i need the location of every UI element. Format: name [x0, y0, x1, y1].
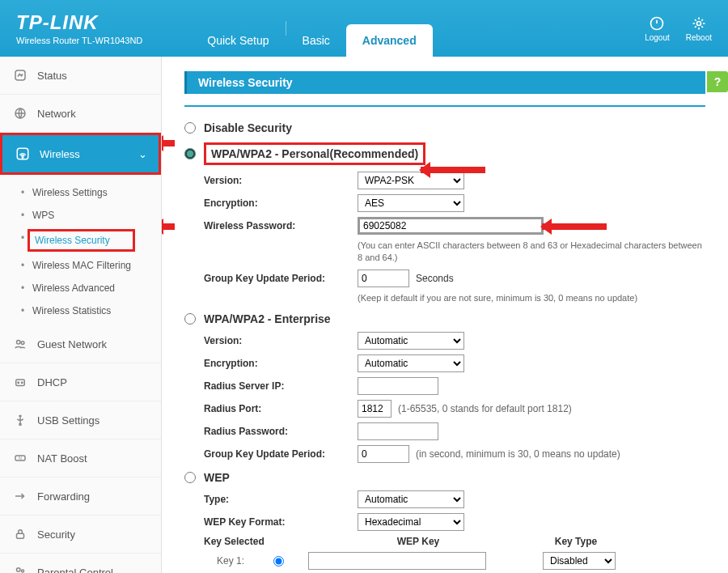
ent-gkup-note: (in second, minimum is 30, 0 means no up… [416, 448, 620, 460]
wireless-submenu: Wireless Settings WPS Wireless Security … [0, 175, 161, 325]
main-tabs: Quick Setup Basic Advanced [191, 0, 432, 57]
sidebar-item-usb[interactable]: USB Settings [0, 401, 161, 439]
ent-gkup-label: Group Key Update Period: [204, 448, 358, 460]
subitem-wireless-security[interactable]: Wireless Security [32, 227, 150, 254]
gkup-label: Group Key Update Period: [204, 273, 358, 284]
sidebar: Status Network Wireless⌄ Wireless Settin… [0, 57, 162, 573]
radio-disable-security[interactable] [184, 122, 196, 134]
sidebar-item-parental[interactable]: Parental Control [0, 554, 161, 573]
gkup-unit: Seconds [416, 273, 454, 284]
tab-basic[interactable]: Basic [286, 24, 346, 57]
lock-icon [11, 525, 29, 543]
ent-gkup-input[interactable] [358, 445, 409, 463]
radius-port-label: Radius Port: [204, 403, 358, 414]
svg-point-10 [22, 382, 23, 384]
svg-point-5 [22, 157, 23, 159]
encryption-select[interactable]: AES [358, 194, 464, 212]
divider [184, 105, 705, 107]
radius-pw-input[interactable] [358, 422, 438, 440]
brand-logo: TP-LINK [16, 11, 142, 34]
globe-icon [11, 104, 29, 122]
wep-key-row-1: Key 1:Disabled [217, 552, 705, 570]
annotation-arrow [162, 223, 175, 230]
sidebar-item-nat-boost[interactable]: NNAT Boost [0, 439, 161, 478]
forward-icon [11, 487, 29, 505]
subitem-wireless-settings[interactable]: Wireless Settings [32, 181, 150, 204]
svg-point-7 [21, 342, 24, 345]
radius-ip-label: Radius Server IP: [204, 380, 358, 392]
ent-version-label: Version: [204, 335, 358, 346]
subitem-mac-filtering[interactable]: Wireless MAC Filtering [32, 254, 150, 277]
subitem-wps[interactable]: WPS [32, 204, 150, 227]
subitem-wireless-statistics[interactable]: Wireless Statistics [32, 299, 150, 322]
wep-label: WEP [204, 471, 230, 484]
sidebar-item-status[interactable]: Status [0, 57, 161, 95]
wep-key1-type[interactable]: Disabled [543, 552, 616, 570]
sidebar-item-network[interactable]: Network [0, 95, 161, 133]
password-label: Wireless Password: [204, 220, 358, 231]
svg-point-11 [19, 423, 21, 425]
help-button[interactable]: ? [707, 71, 728, 92]
model-label: Wireless Router TL-WR1043ND [16, 36, 142, 45]
radius-port-note: (1-65535, 0 stands for default port 1812… [398, 403, 572, 414]
wep-key1-radio[interactable] [273, 556, 284, 567]
wep-type-label: Type: [204, 494, 358, 505]
radio-wpa-enterprise[interactable] [184, 313, 196, 325]
encryption-label: Encryption: [204, 197, 358, 209]
option-disable-security: Disable Security [184, 121, 705, 134]
radius-pw-label: Radius Password: [204, 426, 358, 437]
wpa-enterprise-label: WPA/WPA2 - Enterprise [204, 312, 331, 325]
sidebar-item-guest-network[interactable]: Guest Network [0, 325, 161, 363]
wep-table-header: Key SelectedWEP KeyKey Type [204, 536, 705, 547]
page-title: Wireless Security ? [184, 71, 705, 94]
radio-wep[interactable] [184, 472, 196, 483]
option-wpa-enterprise: WPA/WPA2 - Enterprise Version:Automatic … [184, 312, 705, 463]
ent-version-select[interactable]: Automatic [358, 332, 464, 350]
version-label: Version: [204, 175, 358, 186]
password-note: (You can enter ASCII characters between … [358, 240, 705, 265]
wep-key1-input[interactable] [308, 552, 486, 570]
svg-point-9 [18, 382, 19, 384]
wep-type-select[interactable]: Automatic [358, 490, 464, 508]
sidebar-item-wireless[interactable]: Wireless⌄ [0, 133, 161, 175]
ent-encryption-select[interactable]: Automatic [358, 354, 464, 372]
wep-format-select[interactable]: Hexadecimal [358, 513, 464, 531]
annotation-arrow [542, 223, 607, 230]
nat-icon: N [11, 449, 29, 467]
top-header: TP-LINK Wireless Router TL-WR1043ND Quic… [0, 0, 728, 57]
reboot-icon [691, 15, 707, 32]
radius-port-input[interactable] [358, 400, 392, 418]
gkup-input[interactable] [358, 270, 409, 287]
svg-point-6 [17, 341, 21, 345]
sidebar-item-dhcp[interactable]: DHCP [0, 363, 161, 401]
dhcp-icon [11, 373, 29, 391]
wpa-personal-label: WPA/WPA2 - Personal(Recommended) [204, 142, 425, 165]
radius-ip-input[interactable] [358, 377, 438, 395]
tab-advanced[interactable]: Advanced [346, 24, 433, 57]
logout-button[interactable]: Logout [645, 15, 670, 42]
svg-point-15 [17, 568, 21, 572]
wep-format-label: WEP Key Format: [204, 516, 358, 528]
svg-point-16 [22, 570, 24, 572]
tab-quick-setup[interactable]: Quick Setup [191, 24, 285, 57]
svg-point-1 [696, 21, 700, 25]
status-icon [11, 66, 29, 84]
svg-text:N: N [19, 456, 22, 461]
content-area: Wireless Security ? Disable Security WPA… [162, 57, 728, 573]
gkup-note: (Keep it default if you are not sure, mi… [358, 292, 705, 304]
radio-wpa-personal[interactable] [184, 148, 196, 159]
sidebar-item-security[interactable]: Security [0, 516, 161, 554]
chevron-down-icon: ⌄ [138, 148, 147, 160]
guest-icon [11, 335, 29, 353]
usb-icon [11, 411, 29, 429]
parental-icon [11, 563, 29, 573]
reboot-button[interactable]: Reboot [686, 15, 712, 42]
sidebar-item-forwarding[interactable]: Forwarding [0, 478, 161, 516]
annotation-arrow [421, 167, 485, 173]
power-icon [649, 15, 665, 32]
subitem-wireless-advanced[interactable]: Wireless Advanced [32, 277, 150, 299]
wireless-password-input[interactable] [358, 217, 544, 235]
option-wep: WEP Type:Automatic WEP Key Format:Hexade… [184, 471, 705, 573]
logo-area: TP-LINK Wireless Router TL-WR1043ND [16, 11, 142, 45]
disable-security-label: Disable Security [204, 121, 292, 134]
